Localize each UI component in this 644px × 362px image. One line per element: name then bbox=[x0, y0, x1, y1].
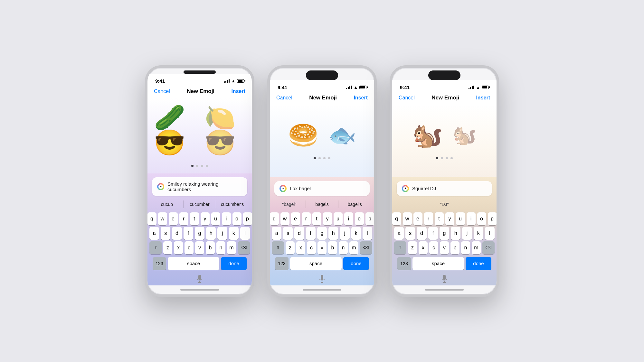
key-d[interactable]: d bbox=[172, 227, 182, 240]
key-a[interactable]: a bbox=[149, 227, 159, 240]
key-o[interactable]: o bbox=[232, 212, 242, 225]
key-c-3[interactable]: c bbox=[429, 241, 438, 254]
nums-key-2[interactable]: 123 bbox=[275, 257, 289, 270]
shift-key-1[interactable]: ⇧ bbox=[149, 241, 162, 254]
key-j-2[interactable]: j bbox=[340, 227, 349, 240]
key-u-2[interactable]: u bbox=[334, 212, 343, 225]
cancel-button-3[interactable]: Cancel bbox=[399, 95, 415, 101]
key-h[interactable]: h bbox=[206, 227, 216, 240]
search-field-text-2[interactable]: Lox bagel bbox=[290, 186, 365, 191]
search-field-3[interactable]: ✦ Squirrel DJ bbox=[397, 181, 492, 196]
autocomplete-2-3[interactable]: bagel's bbox=[338, 200, 371, 208]
shift-key-2[interactable]: ⇧ bbox=[272, 241, 284, 254]
key-b-2[interactable]: b bbox=[328, 241, 337, 254]
key-i-2[interactable]: i bbox=[344, 212, 353, 225]
key-v-3[interactable]: v bbox=[440, 241, 449, 254]
key-a-2[interactable]: a bbox=[272, 227, 281, 240]
backspace-key-1[interactable]: ⌫ bbox=[238, 241, 250, 254]
key-h-3[interactable]: h bbox=[451, 227, 460, 240]
backspace-key-3[interactable]: ⌫ bbox=[482, 241, 495, 254]
key-p-2[interactable]: p bbox=[365, 212, 374, 225]
key-w-2[interactable]: w bbox=[280, 212, 289, 225]
key-n[interactable]: n bbox=[216, 241, 225, 254]
nums-key-3[interactable]: 123 bbox=[397, 257, 411, 270]
insert-button-3[interactable]: Insert bbox=[476, 95, 490, 101]
emoji-squirrel-dj[interactable]: 🐿️ bbox=[412, 123, 443, 147]
key-q-3[interactable]: q bbox=[392, 212, 401, 225]
search-field-text-3[interactable]: Squirrel DJ bbox=[412, 186, 487, 191]
key-j[interactable]: j bbox=[217, 227, 227, 240]
key-x-2[interactable]: x bbox=[296, 241, 305, 254]
key-s-2[interactable]: s bbox=[283, 227, 293, 240]
key-o-2[interactable]: o bbox=[355, 212, 364, 225]
key-k-2[interactable]: k bbox=[351, 227, 361, 240]
key-x-3[interactable]: x bbox=[419, 241, 428, 254]
key-y[interactable]: y bbox=[201, 212, 210, 225]
key-f[interactable]: f bbox=[184, 227, 193, 240]
insert-button-1[interactable]: Insert bbox=[231, 88, 245, 94]
key-i-3[interactable]: i bbox=[467, 212, 476, 225]
autocomplete-2-2[interactable]: bagels bbox=[306, 200, 339, 208]
key-t-2[interactable]: t bbox=[312, 212, 321, 225]
key-u-3[interactable]: u bbox=[456, 212, 465, 225]
key-e-2[interactable]: e bbox=[291, 212, 300, 225]
key-m-3[interactable]: m bbox=[472, 241, 481, 254]
space-key-1[interactable]: space bbox=[168, 257, 219, 270]
cancel-button-2[interactable]: Cancel bbox=[276, 95, 292, 101]
key-y-3[interactable]: y bbox=[445, 212, 454, 225]
mic-button-1[interactable] bbox=[194, 274, 205, 284]
key-s-3[interactable]: s bbox=[405, 227, 415, 240]
search-field-text-1[interactable]: Smiley relaxing wearing cucumbers bbox=[167, 181, 242, 192]
key-t-3[interactable]: t bbox=[435, 212, 444, 225]
key-b-3[interactable]: b bbox=[450, 241, 459, 254]
key-r-2[interactable]: r bbox=[302, 212, 311, 225]
autocomplete-1-1[interactable]: cucub bbox=[151, 200, 184, 208]
key-f-3[interactable]: f bbox=[428, 227, 438, 240]
key-s[interactable]: s bbox=[161, 227, 170, 240]
key-q-2[interactable]: q bbox=[270, 212, 279, 225]
backspace-key-2[interactable]: ⌫ bbox=[360, 241, 372, 254]
emoji-squirrel-small[interactable]: 🐿️ bbox=[452, 125, 477, 145]
key-r[interactable]: r bbox=[179, 212, 188, 225]
key-d-3[interactable]: d bbox=[417, 227, 426, 240]
autocomplete-3-1[interactable]: "DJ" bbox=[395, 200, 493, 208]
key-c-2[interactable]: c bbox=[307, 241, 316, 254]
key-v-2[interactable]: v bbox=[317, 241, 327, 254]
key-l[interactable]: l bbox=[240, 227, 250, 240]
key-x[interactable]: x bbox=[174, 241, 183, 254]
key-c[interactable]: c bbox=[185, 241, 194, 254]
autocomplete-2-1[interactable]: "bagel" bbox=[273, 200, 306, 208]
key-b[interactable]: b bbox=[206, 241, 215, 254]
key-z-3[interactable]: z bbox=[408, 241, 417, 254]
key-w[interactable]: w bbox=[158, 212, 167, 225]
key-n-2[interactable]: n bbox=[339, 241, 348, 254]
key-u[interactable]: u bbox=[211, 212, 220, 225]
mic-button-3[interactable] bbox=[439, 274, 450, 284]
search-field-1[interactable]: ✦ Smiley relaxing wearing cucumbers bbox=[152, 177, 247, 196]
mic-button-2[interactable] bbox=[317, 274, 327, 284]
space-key-3[interactable]: space bbox=[412, 257, 464, 270]
key-q[interactable]: q bbox=[147, 212, 156, 225]
key-k[interactable]: k bbox=[229, 227, 239, 240]
key-y-2[interactable]: y bbox=[323, 212, 332, 225]
key-d-2[interactable]: d bbox=[294, 227, 304, 240]
key-o-3[interactable]: o bbox=[477, 212, 486, 225]
key-e-3[interactable]: e bbox=[413, 212, 422, 225]
key-w-3[interactable]: w bbox=[403, 212, 412, 225]
key-l-2[interactable]: l bbox=[363, 227, 372, 240]
shift-key-3[interactable]: ⇧ bbox=[394, 241, 406, 254]
key-g-2[interactable]: g bbox=[317, 227, 327, 240]
key-r-3[interactable]: r bbox=[424, 212, 433, 225]
emoji-lox-bagel-2[interactable]: 🐟 bbox=[328, 124, 356, 146]
key-e[interactable]: e bbox=[169, 212, 178, 225]
key-m[interactable]: m bbox=[227, 241, 236, 254]
done-key-3[interactable]: done bbox=[466, 257, 491, 270]
key-i[interactable]: i bbox=[222, 212, 231, 225]
key-k-3[interactable]: k bbox=[474, 227, 483, 240]
done-key-2[interactable]: done bbox=[343, 257, 369, 270]
key-z[interactable]: z bbox=[163, 241, 172, 254]
key-z-2[interactable]: z bbox=[286, 241, 295, 254]
key-m-2[interactable]: m bbox=[349, 241, 358, 254]
space-key-2[interactable]: space bbox=[290, 257, 342, 270]
emoji-lox-bagel[interactable]: 🥯 bbox=[288, 123, 318, 147]
